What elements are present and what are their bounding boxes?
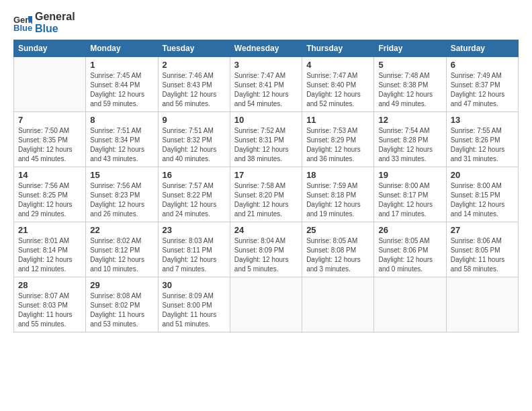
calendar-cell: 12Sunrise: 7:54 AM Sunset: 8:28 PM Dayli…: [374, 112, 446, 167]
week-row-5: 28Sunrise: 8:07 AM Sunset: 8:03 PM Dayli…: [14, 277, 519, 332]
day-number: 8: [90, 115, 153, 125]
calendar-cell: 24Sunrise: 8:04 AM Sunset: 8:09 PM Dayli…: [230, 222, 302, 277]
day-number: 12: [378, 115, 441, 125]
calendar-cell: 26Sunrise: 8:05 AM Sunset: 8:06 PM Dayli…: [374, 222, 446, 277]
day-header-saturday: Saturday: [446, 40, 518, 57]
day-info: Sunrise: 7:59 AM Sunset: 8:18 PM Dayligh…: [306, 181, 369, 219]
day-number: 11: [306, 115, 369, 125]
day-number: 26: [378, 225, 441, 235]
day-info: Sunrise: 8:00 AM Sunset: 8:17 PM Dayligh…: [378, 181, 441, 219]
calendar-cell: 15Sunrise: 7:56 AM Sunset: 8:23 PM Dayli…: [86, 167, 158, 222]
week-row-2: 7Sunrise: 7:50 AM Sunset: 8:35 PM Daylig…: [14, 112, 519, 167]
day-info: Sunrise: 8:00 AM Sunset: 8:15 PM Dayligh…: [451, 181, 514, 219]
calendar-cell: 23Sunrise: 8:03 AM Sunset: 8:11 PM Dayli…: [158, 222, 230, 277]
svg-text:Blue: Blue: [13, 23, 32, 32]
day-number: 4: [306, 60, 369, 70]
calendar-cell: 16Sunrise: 7:57 AM Sunset: 8:22 PM Dayli…: [158, 167, 230, 222]
week-row-4: 21Sunrise: 8:01 AM Sunset: 8:14 PM Dayli…: [14, 222, 519, 277]
calendar-cell: [14, 57, 86, 112]
day-info: Sunrise: 7:56 AM Sunset: 8:23 PM Dayligh…: [90, 181, 153, 219]
day-info: Sunrise: 7:46 AM Sunset: 8:43 PM Dayligh…: [163, 71, 226, 109]
calendar-cell: 10Sunrise: 7:52 AM Sunset: 8:31 PM Dayli…: [230, 112, 302, 167]
day-header-sunday: Sunday: [14, 40, 86, 57]
day-number: 13: [451, 115, 514, 125]
day-number: 3: [234, 60, 298, 70]
day-info: Sunrise: 7:55 AM Sunset: 8:26 PM Dayligh…: [451, 126, 514, 164]
calendar-cell: 4Sunrise: 7:47 AM Sunset: 8:40 PM Daylig…: [302, 57, 374, 112]
day-info: Sunrise: 8:02 AM Sunset: 8:12 PM Dayligh…: [90, 236, 153, 274]
day-number: 20: [451, 170, 514, 180]
logo-general: General: [35, 11, 75, 23]
calendar-cell: 18Sunrise: 7:59 AM Sunset: 8:18 PM Dayli…: [302, 167, 374, 222]
calendar-cell: [374, 277, 446, 332]
day-info: Sunrise: 8:08 AM Sunset: 8:02 PM Dayligh…: [90, 291, 153, 329]
calendar: SundayMondayTuesdayWednesdayThursdayFrid…: [13, 40, 519, 332]
day-number: 9: [163, 115, 226, 125]
day-info: Sunrise: 7:58 AM Sunset: 8:20 PM Dayligh…: [234, 181, 298, 219]
day-info: Sunrise: 8:09 AM Sunset: 8:00 PM Dayligh…: [163, 291, 226, 329]
day-number: 29: [90, 280, 153, 290]
day-info: Sunrise: 7:47 AM Sunset: 8:40 PM Dayligh…: [306, 71, 369, 109]
day-info: Sunrise: 8:05 AM Sunset: 8:06 PM Dayligh…: [378, 236, 441, 274]
calendar-cell: 2Sunrise: 7:46 AM Sunset: 8:43 PM Daylig…: [158, 57, 230, 112]
day-number: 14: [18, 170, 81, 180]
header: General Blue General Blue: [13, 11, 519, 34]
day-info: Sunrise: 7:52 AM Sunset: 8:31 PM Dayligh…: [234, 126, 298, 164]
day-number: 17: [234, 170, 298, 180]
day-number: 19: [378, 170, 441, 180]
day-number: 22: [90, 225, 153, 235]
day-number: 30: [163, 280, 226, 290]
day-info: Sunrise: 7:54 AM Sunset: 8:28 PM Dayligh…: [378, 126, 441, 164]
calendar-cell: 9Sunrise: 7:51 AM Sunset: 8:32 PM Daylig…: [158, 112, 230, 167]
day-info: Sunrise: 8:04 AM Sunset: 8:09 PM Dayligh…: [234, 236, 298, 274]
day-header-tuesday: Tuesday: [158, 40, 230, 57]
day-number: 7: [18, 115, 81, 125]
day-number: 10: [234, 115, 298, 125]
day-number: 15: [90, 170, 153, 180]
week-row-1: 1Sunrise: 7:45 AM Sunset: 8:44 PM Daylig…: [14, 57, 519, 112]
calendar-cell: 13Sunrise: 7:55 AM Sunset: 8:26 PM Dayli…: [446, 112, 518, 167]
day-number: 21: [18, 225, 81, 235]
day-number: 1: [90, 60, 153, 70]
calendar-cell: 19Sunrise: 8:00 AM Sunset: 8:17 PM Dayli…: [374, 167, 446, 222]
day-header-monday: Monday: [86, 40, 158, 57]
day-info: Sunrise: 8:06 AM Sunset: 8:05 PM Dayligh…: [451, 236, 514, 274]
calendar-cell: 5Sunrise: 7:48 AM Sunset: 8:38 PM Daylig…: [374, 57, 446, 112]
day-number: 27: [451, 225, 514, 235]
day-number: 25: [306, 225, 369, 235]
calendar-cell: 14Sunrise: 7:56 AM Sunset: 8:25 PM Dayli…: [14, 167, 86, 222]
calendar-cell: 6Sunrise: 7:49 AM Sunset: 8:37 PM Daylig…: [446, 57, 518, 112]
day-info: Sunrise: 8:05 AM Sunset: 8:08 PM Dayligh…: [306, 236, 369, 274]
page: General Blue General Blue SundayMondayTu…: [0, 0, 532, 411]
day-number: 28: [18, 280, 81, 290]
day-header-thursday: Thursday: [302, 40, 374, 57]
calendar-cell: 25Sunrise: 8:05 AM Sunset: 8:08 PM Dayli…: [302, 222, 374, 277]
days-header-row: SundayMondayTuesdayWednesdayThursdayFrid…: [14, 40, 519, 57]
day-info: Sunrise: 7:49 AM Sunset: 8:37 PM Dayligh…: [451, 71, 514, 109]
logo: General Blue General Blue: [13, 11, 75, 34]
calendar-cell: 28Sunrise: 8:07 AM Sunset: 8:03 PM Dayli…: [14, 277, 86, 332]
calendar-cell: 20Sunrise: 8:00 AM Sunset: 8:15 PM Dayli…: [446, 167, 518, 222]
calendar-cell: 17Sunrise: 7:58 AM Sunset: 8:20 PM Dayli…: [230, 167, 302, 222]
day-number: 5: [378, 60, 441, 70]
day-header-wednesday: Wednesday: [230, 40, 302, 57]
day-number: 18: [306, 170, 369, 180]
day-info: Sunrise: 7:53 AM Sunset: 8:29 PM Dayligh…: [306, 126, 369, 164]
day-info: Sunrise: 7:45 AM Sunset: 8:44 PM Dayligh…: [90, 71, 153, 109]
logo-blue: Blue: [35, 23, 75, 35]
logo-icon: General Blue: [13, 13, 32, 32]
calendar-cell: 8Sunrise: 7:51 AM Sunset: 8:34 PM Daylig…: [86, 112, 158, 167]
day-info: Sunrise: 7:51 AM Sunset: 8:32 PM Dayligh…: [163, 126, 226, 164]
day-info: Sunrise: 7:48 AM Sunset: 8:38 PM Dayligh…: [378, 71, 441, 109]
calendar-cell: 22Sunrise: 8:02 AM Sunset: 8:12 PM Dayli…: [86, 222, 158, 277]
day-info: Sunrise: 7:50 AM Sunset: 8:35 PM Dayligh…: [18, 126, 81, 164]
calendar-cell: 11Sunrise: 7:53 AM Sunset: 8:29 PM Dayli…: [302, 112, 374, 167]
day-number: 24: [234, 225, 298, 235]
calendar-cell: 3Sunrise: 7:47 AM Sunset: 8:41 PM Daylig…: [230, 57, 302, 112]
day-number: 2: [163, 60, 226, 70]
day-info: Sunrise: 7:57 AM Sunset: 8:22 PM Dayligh…: [163, 181, 226, 219]
day-info: Sunrise: 7:56 AM Sunset: 8:25 PM Dayligh…: [18, 181, 81, 219]
calendar-cell: 30Sunrise: 8:09 AM Sunset: 8:00 PM Dayli…: [158, 277, 230, 332]
day-info: Sunrise: 8:01 AM Sunset: 8:14 PM Dayligh…: [18, 236, 81, 274]
day-info: Sunrise: 7:47 AM Sunset: 8:41 PM Dayligh…: [234, 71, 298, 109]
